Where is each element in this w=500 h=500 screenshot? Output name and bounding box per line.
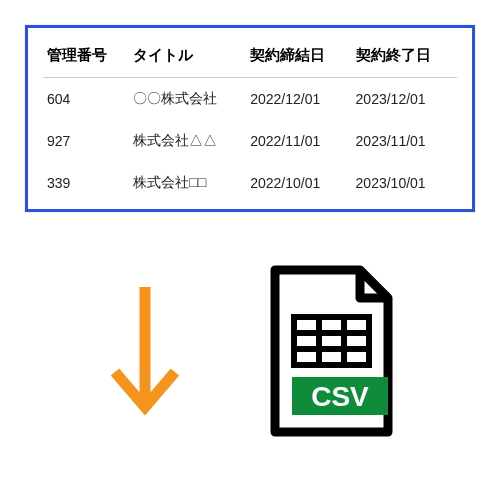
table-row: 339 株式会社□□ 2022/10/01 2023/10/01 [43,162,457,204]
table-header-row: 管理番号 タイトル 契約締結日 契約終了日 [43,38,457,78]
cell-end: 2023/10/01 [352,162,457,204]
down-arrow-icon [100,277,190,427]
cell-start: 2022/11/01 [246,120,351,162]
cell-title: 株式会社△△ [129,120,246,162]
cell-id: 927 [43,120,129,162]
cell-end: 2023/12/01 [352,78,457,121]
contracts-table: 管理番号 タイトル 契約締結日 契約終了日 604 〇〇株式会社 2022/12… [43,38,457,204]
cell-end: 2023/11/01 [352,120,457,162]
table-row: 927 株式会社△△ 2022/11/01 2023/11/01 [43,120,457,162]
header-management-number: 管理番号 [43,38,129,78]
export-indicator: CSV [25,262,475,442]
contracts-table-container: 管理番号 タイトル 契約締結日 契約終了日 604 〇〇株式会社 2022/12… [25,25,475,212]
cell-start: 2022/10/01 [246,162,351,204]
csv-file-icon: CSV [260,262,400,442]
cell-id: 339 [43,162,129,204]
header-contract-end-date: 契約終了日 [352,38,457,78]
cell-id: 604 [43,78,129,121]
cell-title: 〇〇株式会社 [129,78,246,121]
cell-start: 2022/12/01 [246,78,351,121]
cell-title: 株式会社□□ [129,162,246,204]
csv-label: CSV [311,381,369,412]
table-row: 604 〇〇株式会社 2022/12/01 2023/12/01 [43,78,457,121]
header-contract-start-date: 契約締結日 [246,38,351,78]
header-title: タイトル [129,38,246,78]
